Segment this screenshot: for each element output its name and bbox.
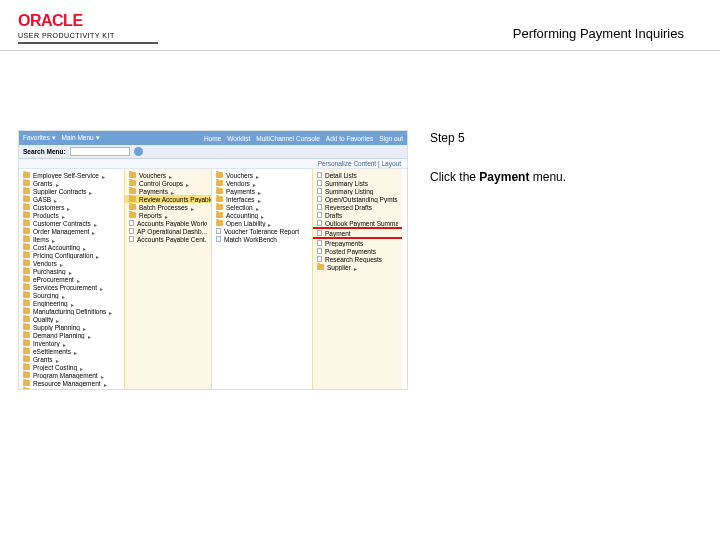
folder-icon — [23, 372, 30, 378]
menu-item[interactable]: Grants — [23, 179, 120, 187]
topnav-item[interactable]: Home — [204, 135, 221, 142]
menu-item[interactable]: Reports — [129, 211, 207, 219]
menu-item[interactable]: Customer Contracts — [23, 219, 120, 227]
menu-item[interactable]: Review Accounts Payable Info — [125, 195, 211, 203]
menu-item[interactable]: Summary Listing — [317, 187, 398, 195]
menu-item[interactable]: GASB — [23, 195, 120, 203]
menu-item[interactable]: Voucher Tolerance Report — [216, 227, 308, 235]
document-icon — [317, 172, 322, 178]
menu-item-label: Pricing Configuration — [33, 252, 93, 259]
menu-item[interactable]: Research Requests — [317, 255, 398, 263]
menu-item-label: Accounts Payable Cent... — [137, 236, 207, 243]
folder-icon — [23, 228, 30, 234]
menu-item[interactable]: Control Groups — [129, 179, 207, 187]
menu-item-label: Order Management — [33, 228, 89, 235]
menu-item[interactable]: Posted Payments — [317, 247, 398, 255]
folder-icon — [129, 204, 136, 210]
topnav-item[interactable]: Worklist — [227, 135, 250, 142]
menu-item[interactable]: Open Liability — [216, 219, 308, 227]
menu-item[interactable]: Interfaces — [216, 195, 308, 203]
instruction-bold: Payment — [479, 170, 529, 184]
document-icon — [317, 204, 322, 210]
menu-item-label: Sourcing — [33, 292, 59, 299]
menu-item[interactable]: Payments — [216, 187, 308, 195]
folder-icon — [23, 300, 30, 306]
document-icon — [129, 220, 134, 226]
menu-item[interactable]: Customers — [23, 203, 120, 211]
menu-item[interactable]: Vendors — [216, 179, 308, 187]
menu-item-label: Vendors — [33, 260, 57, 267]
topnav-item[interactable]: MultiChannel Console — [256, 135, 320, 142]
menu-item-label: Drafts — [325, 212, 342, 219]
personalize-link[interactable]: Personalize Content | Layout — [19, 159, 407, 169]
menu-item[interactable]: Purchasing — [23, 267, 120, 275]
topnav-item[interactable]: Main Menu ▾ — [62, 134, 100, 142]
menu-item[interactable]: Prepayments — [317, 239, 398, 247]
menu-item[interactable]: Accounts Payable Cent... — [129, 235, 207, 243]
topnav-item[interactable]: Favorites ▾ — [23, 134, 56, 142]
menu-item[interactable]: Services Procurement — [23, 283, 120, 291]
menu-item[interactable]: Supply Planning — [23, 323, 120, 331]
menu-item[interactable]: Pricing Configuration — [23, 251, 120, 259]
menu-item-label: Batch Processes — [139, 204, 188, 211]
chevron-right-icon — [67, 205, 71, 209]
menu-item[interactable]: Sourcing — [23, 291, 120, 299]
folder-icon — [216, 220, 223, 226]
menu-item[interactable]: Batch Processes — [129, 203, 207, 211]
menu-item-label: Outlook Payment Summary — [325, 220, 398, 227]
chevron-right-icon — [74, 349, 78, 353]
menu-item[interactable]: Payments — [129, 187, 207, 195]
search-input[interactable] — [70, 147, 130, 156]
menu-item[interactable]: Project Costing — [23, 363, 120, 371]
instruction-suffix: menu. — [529, 170, 566, 184]
chevron-right-icon — [354, 265, 358, 269]
menu-item[interactable]: Demand Planning — [23, 331, 120, 339]
menu-item[interactable]: Program Management — [23, 371, 120, 379]
menu-item[interactable]: Outlook Payment Summary — [317, 219, 398, 227]
step-label: Step 5 — [430, 130, 685, 147]
menu-item[interactable]: Accounts Payable WorkCenter — [129, 219, 207, 227]
menu-item[interactable]: Reversed Drafts — [317, 203, 398, 211]
chevron-right-icon — [171, 189, 175, 193]
menu-item[interactable]: Resource Management — [23, 379, 120, 387]
menu-item[interactable]: HRMS/SA Components — [23, 387, 120, 390]
chevron-right-icon — [261, 213, 265, 217]
menu-item[interactable]: Drafts — [317, 211, 398, 219]
payment-menu-item[interactable]: Payment — [317, 229, 398, 237]
go-icon[interactable] — [134, 147, 143, 156]
menu-item[interactable]: Vouchers — [129, 171, 207, 179]
menu-item[interactable]: Products — [23, 211, 120, 219]
folder-icon — [23, 236, 30, 242]
menu-item[interactable]: Vouchers — [216, 171, 308, 179]
menu-item[interactable]: eProcurement — [23, 275, 120, 283]
app-body: Employee Self-ServiceGrantsSupplier Cont… — [19, 169, 407, 389]
menu-item[interactable]: Items — [23, 235, 120, 243]
menu-item[interactable]: Supplier Contracts — [23, 187, 120, 195]
menu-item-label: Open/Outstanding Pymts — [325, 196, 398, 203]
menu-item[interactable]: Inventory — [23, 339, 120, 347]
menu-item[interactable]: Employee Self-Service — [23, 171, 120, 179]
menu-item[interactable]: Cost Accounting — [23, 243, 120, 251]
menu-item[interactable]: Detail Lists — [317, 171, 398, 179]
menu-item[interactable]: Grants — [23, 355, 120, 363]
menu-item[interactable]: Quality — [23, 315, 120, 323]
menu-item-label: Grants — [33, 180, 53, 187]
menu-item[interactable]: Match WorkBench — [216, 235, 308, 243]
menu-item[interactable]: AP Operational Dashb... — [129, 227, 207, 235]
menu-item-label: Project Costing — [33, 364, 77, 371]
menu-item[interactable]: eSettlements — [23, 347, 120, 355]
menu-item[interactable]: Supplier — [317, 263, 398, 271]
header-divider — [0, 50, 720, 51]
topnav-item[interactable]: Add to Favorites — [326, 135, 373, 142]
menu-item[interactable]: Engineering — [23, 299, 120, 307]
menu-item[interactable]: Manufacturing Definitions — [23, 307, 120, 315]
menu-item[interactable]: Selection — [216, 203, 308, 211]
menu-item[interactable]: Vendors — [23, 259, 120, 267]
chevron-right-icon — [60, 261, 64, 265]
topnav-item[interactable]: Sign out — [379, 135, 403, 142]
menu-item[interactable]: Accounting — [216, 211, 308, 219]
menu-item[interactable]: Open/Outstanding Pymts — [317, 195, 398, 203]
folder-icon — [23, 204, 30, 210]
menu-item[interactable]: Summary Lists — [317, 179, 398, 187]
menu-item[interactable]: Order Management — [23, 227, 120, 235]
